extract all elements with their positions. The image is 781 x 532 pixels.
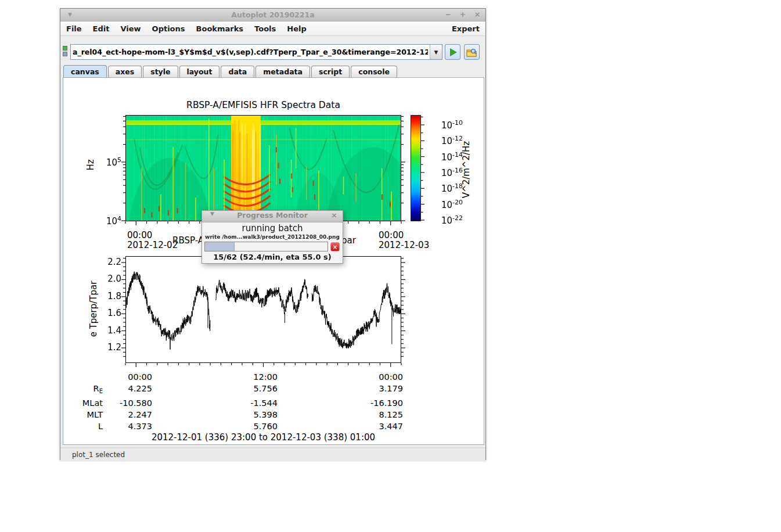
tca-value: -1.544	[152, 397, 278, 409]
uri-dropdown-button[interactable]: ▼	[430, 45, 442, 59]
colorbar-tick-label: 10-12	[428, 135, 463, 146]
spectrogram-ylabel: Hz	[85, 159, 96, 170]
progress-status-label: 15/62 (52.4/min, eta 55.0 s)	[202, 253, 343, 261]
status-bar: plot_1 selected	[60, 448, 485, 461]
uri-input[interactable]	[71, 45, 430, 59]
menu-bookmarks[interactable]: Bookmarks	[196, 24, 244, 33]
uri-combobox: ▼	[70, 44, 442, 60]
lineplot-tick-label: 1.2	[96, 342, 121, 353]
tca-value: 4.373	[103, 420, 152, 432]
tca-time-1: 12:00	[152, 371, 278, 383]
tab-metadata[interactable]: metadata	[255, 66, 310, 77]
colorbar-tick-label: 10-18	[428, 182, 463, 194]
inspect-uri-button[interactable]	[464, 44, 480, 60]
hidden-plot-title-left-fragment: RBSP-A	[172, 235, 204, 246]
lineplot[interactable]	[125, 256, 401, 363]
progress-monitor-dialog: ▼ Progress Monitor × running batch write…	[201, 210, 343, 264]
tca-row-label: MLT	[63, 409, 103, 420]
menu-file[interactable]: File	[66, 24, 82, 33]
progress-bar-fill	[205, 242, 235, 251]
window-titlebar[interactable]: ▼ Autoplot 20190221a − + ×	[60, 9, 485, 21]
tab-layout[interactable]: layout	[179, 66, 220, 77]
tca-header-blank	[63, 371, 103, 383]
expert-label[interactable]: Expert	[452, 24, 480, 33]
time-range-label: 2012-12-01 (336) 23:00 to 2012-12-03 (33…	[125, 432, 401, 443]
hz-tick-label: 105	[96, 156, 121, 168]
go-button[interactable]	[445, 44, 460, 60]
menu-tools[interactable]: Tools	[254, 24, 276, 33]
lineplot-tick-label: 1.6	[96, 308, 121, 318]
colorbar	[411, 115, 421, 221]
tab-style[interactable]: style	[143, 66, 178, 77]
xaxis-time-left: 00:00	[127, 230, 152, 240]
progress-bar	[204, 242, 328, 251]
tab-canvas[interactable]: canvas	[63, 65, 107, 77]
menu-help[interactable]: Help	[287, 24, 306, 33]
colorbar-tick-label: 10-22	[428, 214, 463, 226]
cancel-button[interactable]: ×	[330, 242, 340, 251]
window-title: Autoplot 20190221a	[60, 10, 485, 19]
tca-value: 4.225	[103, 383, 152, 397]
lineplot-tick-label: 2.0	[96, 274, 121, 284]
colorbar-tick-label: 10-20	[428, 199, 463, 210]
tca-value: 8.125	[278, 409, 403, 420]
tab-data[interactable]: data	[221, 66, 254, 77]
datasource-type-icon	[63, 46, 68, 57]
colorbar-tick-label: 10-16	[428, 167, 463, 178]
xaxis-time-right: 00:00	[379, 230, 404, 240]
tab-console[interactable]: console	[351, 66, 397, 77]
lineplot-tick-label: 2.2	[96, 257, 121, 267]
tca-time-0: 00:00	[103, 371, 152, 383]
hz-tick-label: 104	[96, 215, 121, 227]
tab-script[interactable]: script	[311, 66, 350, 77]
tca-row-label: MLat	[63, 397, 103, 409]
tca-value: 3.447	[278, 420, 403, 432]
tca-row-label: L	[63, 420, 103, 432]
menu-view[interactable]: View	[120, 24, 141, 33]
tca-value: 3.179	[278, 383, 403, 397]
tca-annotation-table: 00:0012:0000:00RE4.2255.7563.179MLat-10.…	[63, 371, 403, 432]
menu-bar: FileEditViewOptionsBookmarksToolsHelp Ex…	[60, 21, 485, 36]
blue-square-icon	[63, 52, 67, 56]
progress-detail-label: write /hom...walk3/product_20121208_00.p…	[202, 234, 343, 240]
tca-value: -10.580	[103, 397, 152, 409]
spectrogram-title: RBSP-A/EMFISIS HFR Spectra Data	[125, 100, 401, 110]
tab-strip: canvasaxesstylelayoutdatametadatascriptc…	[63, 65, 398, 77]
lineplot-tick-label: 1.4	[96, 325, 121, 336]
folder-magnifier-icon	[466, 48, 477, 57]
tca-value: 5.760	[152, 420, 278, 432]
tca-value: 2.247	[103, 409, 152, 420]
menu-options[interactable]: Options	[152, 24, 185, 33]
progress-task-label: running batch	[202, 223, 343, 233]
status-text: plot_1 selected	[72, 451, 125, 459]
close-icon[interactable]: ×	[474, 10, 480, 19]
menu-edit[interactable]: Edit	[93, 24, 110, 33]
play-icon	[450, 48, 457, 56]
xaxis-date-right: 2012-12-03	[379, 240, 429, 250]
chevron-down-icon: ▼	[434, 49, 438, 55]
spectrogram-plot[interactable]	[125, 115, 401, 221]
hidden-plot-title-right-fragment: par	[341, 235, 356, 246]
tca-time-2: 00:00	[278, 371, 403, 383]
maximize-icon[interactable]: +	[460, 10, 466, 19]
tab-axes[interactable]: axes	[108, 66, 142, 77]
green-square-icon	[63, 46, 67, 51]
minimize-icon[interactable]: −	[445, 10, 451, 19]
lineplot-tick-label: 1.8	[96, 291, 121, 301]
tca-row-label: RE	[63, 383, 103, 397]
progress-dialog-titlebar[interactable]: ▼ Progress Monitor ×	[202, 211, 343, 222]
colorbar-tick-label: 10-10	[428, 119, 463, 131]
cancel-x-icon: ×	[333, 244, 337, 250]
tca-value: 5.398	[152, 409, 278, 420]
collapse-icon[interactable]: ▼	[210, 211, 214, 217]
colorbar-tick-label: 10-14	[428, 151, 463, 163]
tca-value: 5.756	[152, 383, 278, 397]
tca-value: -16.190	[278, 397, 403, 409]
xaxis-date-left: 2012-12-02	[127, 240, 178, 250]
dialog-close-icon[interactable]: ×	[331, 211, 337, 220]
progress-dialog-title: Progress Monitor	[237, 211, 308, 220]
